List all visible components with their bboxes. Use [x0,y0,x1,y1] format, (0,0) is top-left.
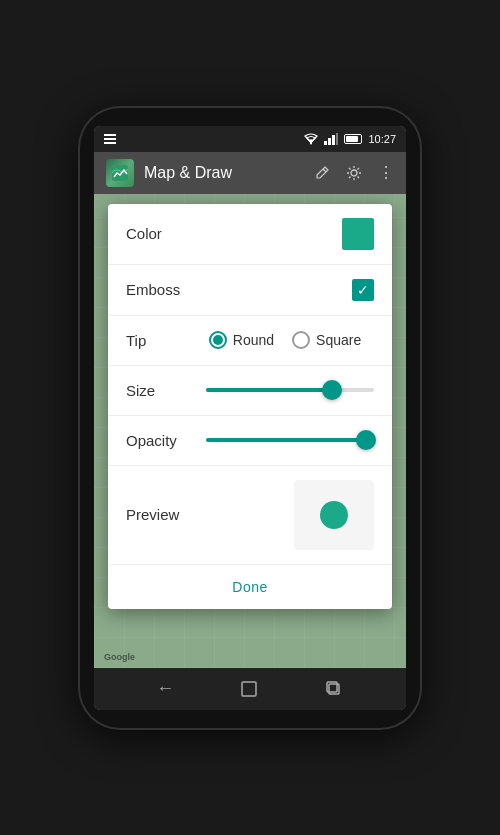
status-right: 10:27 [304,133,396,145]
tip-radio-group: Round Square [196,331,374,349]
opacity-slider-thumb[interactable] [356,430,376,450]
status-left [104,134,116,144]
preview-label: Preview [126,506,196,523]
tip-square-option[interactable]: Square [292,331,361,349]
app-icon [106,159,134,187]
svg-rect-2 [328,138,331,145]
map-area: Color Emboss Tip [94,194,406,668]
opacity-label: Opacity [126,432,196,449]
app-title: Map & Draw [144,164,304,182]
done-button[interactable]: Done [232,579,267,595]
status-bar: 10:27 [94,126,406,152]
color-row: Color [108,204,392,265]
opacity-content [196,438,374,442]
opacity-row: Opacity [108,416,392,466]
round-label: Round [233,332,274,348]
preview-row: Preview [108,466,392,564]
signal-icon [324,133,338,145]
size-slider-thumb[interactable] [322,380,342,400]
preview-dot [320,501,348,529]
tip-round-option[interactable]: Round [209,331,274,349]
opacity-slider[interactable] [206,438,374,442]
nav-bar: ← [94,668,406,710]
emboss-content [196,279,374,301]
emboss-label: Emboss [126,281,196,298]
gear-icon[interactable] [346,165,362,181]
svg-point-7 [351,170,357,176]
phone-frame: 10:27 Map & Draw [80,108,420,728]
svg-rect-4 [336,133,338,145]
square-radio-button[interactable] [292,331,310,349]
preview-content [196,480,374,550]
size-content [196,388,374,392]
brush-settings-dialog: Color Emboss Tip [108,204,392,609]
app-bar: Map & Draw ⋮ [94,152,406,194]
menu-icon [104,134,116,144]
svg-line-6 [323,169,326,172]
size-slider-fill [206,388,332,392]
done-row: Done [108,564,392,609]
color-swatch[interactable] [342,218,374,250]
svg-rect-1 [324,141,327,145]
wifi-icon [304,133,318,145]
phone-screen: 10:27 Map & Draw [94,126,406,710]
opacity-slider-fill [206,438,366,442]
svg-point-0 [310,142,312,144]
clock: 10:27 [368,133,396,145]
tip-row: Tip Round Square [108,316,392,366]
color-content [196,218,374,250]
back-button[interactable]: ← [156,678,174,699]
more-options-icon[interactable]: ⋮ [378,163,394,182]
emboss-checkbox[interactable] [352,279,374,301]
size-label: Size [126,382,196,399]
emboss-row: Emboss [108,265,392,316]
size-slider[interactable] [206,388,374,392]
google-watermark: Google [104,652,135,662]
svg-rect-3 [332,135,335,145]
svg-rect-8 [242,682,256,696]
square-label: Square [316,332,361,348]
color-label: Color [126,225,196,242]
pencil-icon[interactable] [314,165,330,181]
preview-area [294,480,374,550]
recents-button[interactable] [324,679,344,699]
round-radio-button[interactable] [209,331,227,349]
home-button[interactable] [239,679,259,699]
tip-label: Tip [126,332,196,349]
app-bar-icons: ⋮ [314,163,394,182]
battery-icon [344,134,362,144]
size-row: Size [108,366,392,416]
